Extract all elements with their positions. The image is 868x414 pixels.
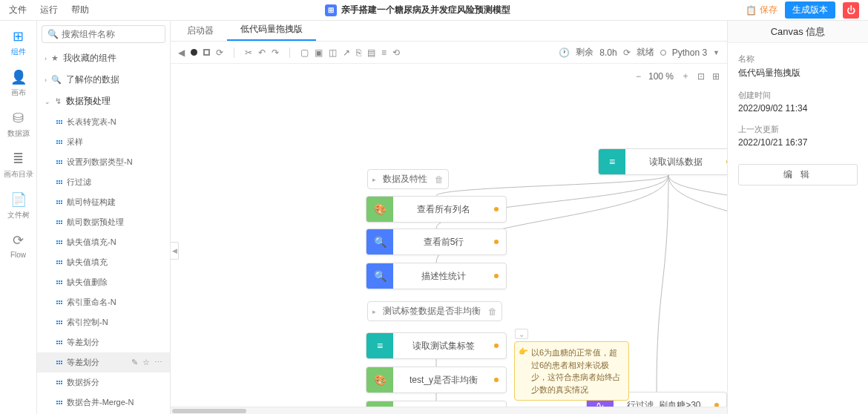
node-status-dot [494,240,499,244]
cut-icon[interactable]: ✂ [245,47,252,58]
tool-icon-3[interactable]: ◫ [329,47,337,58]
component-sidebar: 🔍 ›★我收藏的组件›🔍了解你的数据⌄↯数据预处理长表转宽表-N采样设置列数据类… [37,21,171,414]
node-status-dot [494,378,499,382]
iconbar-icon: ⛁ [13,110,24,126]
horizontal-scrollbar[interactable] [171,407,727,414]
sidebar-item[interactable]: 设置列数据类型-N [37,152,170,172]
canvas-node[interactable]: ≡读取训练数据 [598,148,727,175]
sidebar-item[interactable]: 等差划分✎☆⋯ [37,352,170,372]
node-status-dot [494,207,499,211]
status-text: 就绪 [637,46,654,59]
expand-icon[interactable]: ⌄ [515,329,528,339]
canvas-node[interactable]: 🎨查看所有列名 [366,196,507,223]
sidebar-item[interactable]: 缺失值填充-N [37,232,170,252]
sidebar-item[interactable]: 等差划分 [37,332,170,352]
iconbar-item-组件[interactable]: ⊞组件 [11,28,26,57]
power-button[interactable]: ⏻ [843,2,859,19]
node-icon: 🔍 [366,263,393,289]
trash-icon[interactable]: 🗑 [435,174,444,185]
sidebar-item[interactable]: 索引重命名-N [37,292,170,312]
iconbar-item-画布[interactable]: 👤画布 [10,69,27,98]
node-icon: 🎨 [366,401,393,407]
node-group-label[interactable]: 测试标签数据是否非均衡🗑 [367,301,502,321]
run-icon[interactable] [191,49,197,56]
menu-run[interactable]: 运行 [40,4,58,16]
canvas[interactable]: − 100 % ＋ ⊡ ⊞ ◀ 数据及特性🗑测试标签数据是否非均衡🗑≡读取训练数… [171,64,727,407]
zoom-out-icon[interactable]: − [636,71,641,82]
sidebar-item[interactable]: 数据合并-Merge-N [37,392,170,413]
canvas-node[interactable]: 🔍查看前5行 [366,229,507,255]
clock-icon: 🕐 [559,47,570,58]
generate-version-button[interactable]: 生成版本 [785,1,835,19]
restart-icon[interactable]: ⟳ [216,47,223,58]
tool-icon-5[interactable]: ⎘ [356,47,361,58]
sidebar-item[interactable]: 航司特征构建 [37,192,170,212]
node-group-label[interactable]: 数据及特性🗑 [367,169,449,189]
note-box[interactable]: ⌄以6为血糖的正常值，超过6的患者相对来说极少，这符合患病者始终占少数的真实情况 [514,341,629,401]
sidebar-section[interactable]: ⌄↯数据预处理 [37,91,170,112]
section-icon: ★ [51,53,59,63]
edit-icon[interactable]: ✎ [131,358,138,367]
sidebar-item[interactable]: 行过滤 [37,172,170,192]
sidebar-item[interactable]: 缺失值删除 [37,272,170,292]
kernel-status-dot [660,50,666,56]
node-status-dot [494,344,499,348]
tool-icon-8[interactable]: ⟲ [392,47,400,58]
tool-icon-7[interactable]: ≡ [381,47,387,58]
redo-icon[interactable]: ↷ [272,47,279,58]
iconbar-item-Flow[interactable]: ⟳Flow [10,232,26,259]
node-icon: 🔍 [366,229,393,254]
sidebar-item[interactable]: 航司数据预处理 [37,212,170,232]
node-status-dot [494,274,499,278]
sidebar-item[interactable]: 索引控制-N [37,312,170,332]
canvas-toolbar: ◀ ⟳ ✂ ↶ ↷ ▢ ▣ ◫ ↗ ⎘ ▤ ≡ ⟲ [171,42,727,64]
canvas-node[interactable]: 🎨test_y列重命名 [366,401,507,407]
tool-icon-1[interactable]: ▢ [300,47,309,58]
node-icon: 🎨 [366,197,393,222]
undo-icon[interactable]: ↶ [258,47,266,58]
tab[interactable]: 启动器 [174,21,227,41]
trash-icon[interactable]: 🗑 [488,306,497,317]
info-name-value: 低代码量拖拽版 [738,67,858,79]
kernel-dropdown-icon[interactable]: ▼ [713,49,720,56]
iconbar-item-数据源[interactable]: ⛁数据源 [7,110,30,139]
zoom-value: 100 % [648,71,674,82]
more-icon[interactable]: ⋯ [154,358,162,367]
section-icon: 🔍 [51,75,62,85]
sidebar-section[interactable]: ›★我收藏的组件 [37,47,170,69]
menu-file[interactable]: 文件 [9,4,27,16]
save-link[interactable]: 📋 保存 [746,4,777,16]
sidebar-item[interactable]: 缺失值填充 [37,252,170,272]
canvas-node[interactable]: ≡读取测试集标签 [366,332,507,359]
menu-help[interactable]: 帮助 [71,4,89,16]
kernel-name[interactable]: Python 3 [672,47,707,58]
sidebar-item[interactable]: 长表转宽表-N [37,112,170,132]
fit-icon[interactable]: ⊡ [697,71,705,82]
edit-button[interactable]: 编 辑 [738,164,858,185]
save-icon: 📋 [746,5,757,16]
star-icon[interactable]: ☆ [142,358,150,367]
canvas-node[interactable]: 🎨test_y是否非均衡 [366,367,507,393]
info-updated-label: 上一次更新 [738,124,858,135]
tool-icon-6[interactable]: ▤ [367,47,375,58]
page-title: 亲手搭建一个糖尿病及并发症风险预测模型 [341,4,510,16]
sidebar-item[interactable]: 采样 [37,132,170,152]
canvas-node[interactable]: 🔍描述性统计 [366,263,507,289]
component-search-input[interactable] [42,25,165,43]
iconbar-icon: ≣ [13,151,24,167]
tool-icon-4[interactable]: ↗ [343,47,350,58]
info-created-value: 2022/09/02 11:34 [738,103,858,114]
iconbar-item-文件树[interactable]: 📄文件树 [7,191,30,220]
tab[interactable]: 低代码量拖拽版 [227,19,316,41]
back-icon[interactable]: ◀ [178,47,185,58]
zoom-in-icon[interactable]: ＋ [681,70,690,82]
stop-icon[interactable] [203,49,210,56]
iconbar-icon: ⟳ [13,232,24,249]
sidebar-section[interactable]: ›🔍了解你的数据 [37,69,170,91]
sidebar-item[interactable]: 数据拆分 [37,372,170,392]
iconbar-item-画布目录[interactable]: ≣画布目录 [4,151,33,180]
tool-icon-2[interactable]: ▣ [315,47,323,58]
grid-icon[interactable]: ⊞ [712,71,720,82]
sidebar-collapse-handle[interactable]: ◀ [171,242,179,260]
iconbar-icon: 📄 [10,191,27,208]
